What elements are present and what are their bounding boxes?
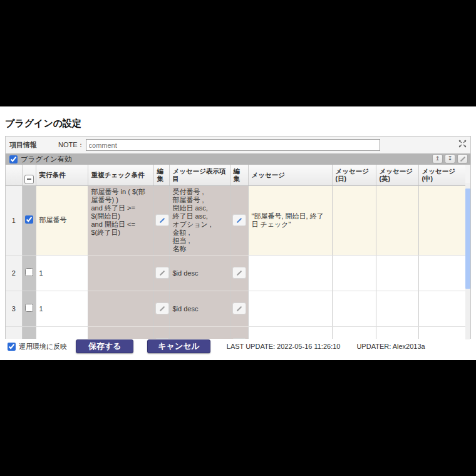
pencil-icon: [236, 306, 241, 311]
plugin-enabled-bar: プラグイン有効 ↥ ↧: [6, 153, 470, 165]
row-select-cell: [22, 326, 36, 339]
row-number: 1: [6, 185, 22, 255]
message-zh-cell: [418, 291, 465, 326]
table-row: 2 1 $id desc: [6, 255, 465, 291]
header-select-all: [22, 165, 36, 185]
apply-production-label: 運用環境に反映: [8, 342, 67, 351]
message-zh-cell: [418, 326, 465, 339]
plugin-settings-panel: 項目情報 NOTE： プラグイン有効 ↥ ↧: [5, 136, 471, 339]
pencil-icon: [159, 217, 164, 222]
row-select-cell: [22, 291, 36, 326]
duplicate-check-cell: [88, 326, 153, 339]
table-row: 3 1 $id desc: [6, 291, 465, 326]
item-info-label: 項目情報: [9, 140, 37, 150]
row-select-checkbox[interactable]: [25, 215, 33, 224]
message-cell: [248, 255, 332, 291]
message-display-items-cell: $id desc: [169, 326, 230, 339]
conditions-table: 実行条件 重複チェック条件 編集 メッセージ表示項目 編集 メッセージ メッセー…: [6, 165, 465, 339]
exec-condition-cell: 1: [36, 326, 88, 339]
message-en-cell: [376, 185, 418, 255]
apply-production-checkbox[interactable]: [8, 343, 16, 351]
note-label: NOTE：: [58, 140, 85, 150]
plugin-enabled-label: プラグイン有効: [9, 155, 72, 164]
message-en-cell: [376, 326, 418, 339]
duplicate-check-cell: [88, 291, 153, 326]
expand-icon[interactable]: [458, 139, 467, 147]
header-row-number: [6, 165, 22, 185]
exec-condition-cell: 1: [36, 291, 88, 326]
message-display-items-cell: $id desc: [169, 291, 230, 326]
pencil-icon: [236, 270, 241, 275]
pencil-icon: [236, 217, 241, 222]
header-duplicate-check: 重複チェック条件: [88, 165, 153, 185]
row-number: 2: [6, 255, 22, 291]
row-select-checkbox[interactable]: [25, 304, 33, 312]
message-ja-cell: [332, 291, 376, 326]
row-select-checkbox[interactable]: [25, 268, 33, 276]
deselect-all-icon[interactable]: [24, 175, 34, 184]
edit-display-cell: [230, 255, 248, 291]
table-row: 1 部屋番号 部屋番号 in ( $(部屋番号) ) and 終了日 >= $(…: [6, 185, 465, 255]
edit-duplicate-cell: [153, 185, 169, 255]
header-message-zh: メッセージ (中): [418, 165, 465, 185]
exec-condition-cell: 1: [36, 255, 88, 291]
edit-display-cell: [230, 185, 248, 255]
page-title: プラグインの設定: [5, 118, 81, 130]
app-window: プラグインの設定 項目情報 NOTE： プラグイン有効 ↥ ↧: [0, 106, 476, 360]
message-ja-cell: [332, 326, 376, 339]
last-update-text: LAST UPDATE: 2022-05-16 11:26:10: [227, 343, 341, 350]
plugin-enabled-checkbox[interactable]: [9, 155, 18, 163]
pencil-icon: [159, 306, 164, 311]
row-number: 3: [6, 291, 22, 326]
message-zh-cell: [418, 185, 465, 255]
edit-display-button[interactable]: [232, 267, 246, 279]
edit-duplicate-button[interactable]: [155, 267, 169, 279]
header-message-display-items: メッセージ表示項目: [169, 165, 230, 185]
exec-condition-cell: 部屋番号: [36, 185, 88, 255]
header-exec-condition: 実行条件: [36, 165, 88, 185]
duplicate-check-cell: [88, 255, 153, 291]
save-button[interactable]: 保存する: [76, 339, 133, 353]
header-edit-1: 編集: [153, 165, 169, 185]
table-row: 4 1 $id desc: [6, 326, 465, 339]
message-en-cell: [376, 255, 418, 291]
edit-duplicate-cell: [153, 326, 169, 339]
duplicate-check-cell: 部屋番号 in ( $(部屋番号) ) and 終了日 >= $(開始日) an…: [88, 185, 153, 255]
message-en-cell: [376, 291, 418, 326]
row-select-cell: [22, 255, 36, 291]
header-message-en: メッセージ (英): [376, 165, 418, 185]
row-toolbar: ↥ ↧: [432, 154, 468, 163]
table-header-row: 実行条件 重複チェック条件 編集 メッセージ表示項目 編集 メッセージ メッセー…: [6, 165, 465, 185]
header-message-ja: メッセージ (日): [332, 165, 376, 185]
message-cell: "部屋番号, 開始日, 終了日 チェック": [248, 185, 332, 255]
message-display-items-cell: 受付番号 , 部屋番号 , 開始日 asc, 終了日 asc, オプション , …: [169, 185, 230, 255]
edit-duplicate-button[interactable]: [155, 214, 169, 226]
edit-display-cell: [230, 291, 248, 326]
item-info-row: 項目情報 NOTE：: [6, 137, 470, 153]
vertical-scrollbar[interactable]: [465, 183, 470, 339]
edit-display-cell: [230, 326, 248, 339]
cancel-button[interactable]: キャンセル: [147, 339, 210, 353]
pencil-icon: [159, 270, 164, 275]
footer-bar: 運用環境に反映 保存する キャンセル LAST UPDATE: 2022-05-…: [0, 339, 476, 354]
message-cell: [248, 291, 332, 326]
edit-duplicate-button[interactable]: [155, 303, 169, 314]
note-input[interactable]: [86, 139, 380, 151]
row-number: 4: [6, 326, 22, 339]
move-up-button[interactable]: ↥: [432, 154, 443, 163]
message-zh-cell: [418, 255, 465, 291]
scrollbar-thumb[interactable]: [465, 189, 470, 289]
header-message: メッセージ: [248, 165, 332, 185]
message-ja-cell: [332, 255, 376, 291]
pencil-icon: [460, 156, 465, 161]
edit-duplicate-cell: [153, 255, 169, 291]
edit-pencil-button[interactable]: [457, 154, 468, 163]
edit-display-button[interactable]: [232, 303, 246, 314]
message-display-items-cell: $id desc: [169, 255, 230, 291]
message-ja-cell: [332, 185, 376, 255]
row-select-cell: [22, 185, 36, 255]
edit-display-button[interactable]: [232, 214, 246, 226]
edit-duplicate-cell: [153, 291, 169, 326]
move-down-button[interactable]: ↧: [445, 154, 455, 163]
updater-text: UPDATER: Alex2013a: [356, 343, 425, 350]
